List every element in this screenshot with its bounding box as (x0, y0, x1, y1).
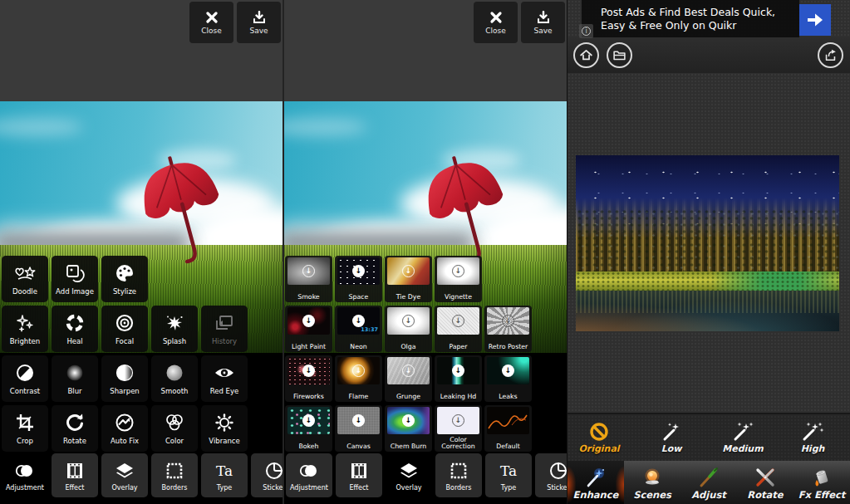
photo-editor-comparison-screens: Close Save (0, 0, 850, 504)
option-high[interactable]: High (783, 418, 843, 454)
close-button[interactable]: Close (474, 2, 518, 43)
tab-effect[interactable]: Effect (52, 453, 98, 497)
overlay-grunge[interactable]: ↓ Grunge (385, 355, 432, 402)
overlay-fireworks[interactable]: ↓ Fireworks (285, 355, 332, 402)
overlay-canvas[interactable]: ↓ Canvas (335, 405, 382, 452)
tab-overlay[interactable]: Overlay (386, 453, 432, 497)
tab-rotate[interactable]: Rotate (737, 461, 793, 504)
overlay-row-1: ↓ Smoke ↓ Space ↓ Tie Dye ↓ Vignette (285, 256, 482, 302)
tool-rotate[interactable]: Rotate (52, 405, 98, 452)
palette-icon (115, 262, 135, 284)
wand-three-stars-icon (800, 418, 825, 442)
overlay-leaking-hd[interactable]: ↓ Leaking Hd (435, 355, 482, 402)
overlay-retro-poster[interactable]: ↓ Retro Poster (484, 306, 532, 352)
tab-sticker[interactable]: Sticker (535, 453, 567, 497)
open-folder-button[interactable] (607, 42, 632, 68)
tool-splash[interactable]: Splash (151, 306, 198, 352)
tab-sticker[interactable]: Sticker (251, 453, 283, 497)
tool-focal[interactable]: Focal (101, 306, 148, 352)
download-icon: ↓ (352, 265, 365, 277)
tab-adjustment[interactable]: Adjustment (286, 453, 332, 497)
tab-borders[interactable]: Borders (151, 453, 198, 497)
save-button[interactable]: Save (521, 2, 565, 43)
canvas-thumbnail: ↓ (337, 407, 380, 434)
overlay-paper[interactable]: ↓ Paper (435, 306, 482, 352)
save-label: Save (249, 27, 268, 35)
tab-enhance[interactable]: Enhance (567, 461, 624, 504)
ad-info-icon[interactable]: i (579, 24, 593, 38)
overlay-bokeh[interactable]: ↓ Bokeh (285, 405, 332, 452)
download-icon: ↓ (302, 365, 315, 377)
tab-overlay[interactable]: Overlay (101, 453, 148, 497)
overlay-olga[interactable]: ↓ Olga (385, 306, 432, 352)
folder-icon (612, 48, 626, 62)
option-low[interactable]: Low (641, 418, 701, 454)
right-arrow-icon (806, 12, 824, 27)
download-icon: ↓ (402, 265, 415, 277)
tool-contrast[interactable]: Contrast (2, 355, 48, 402)
tab-scenes[interactable]: Scenes (624, 461, 680, 504)
overlay-light-paint[interactable]: ↓ Light Paint (285, 306, 332, 352)
tool-history[interactable]: History (201, 306, 248, 352)
option-medium[interactable]: Medium (713, 418, 773, 454)
overlay-tie-dye[interactable]: ↓ Tie Dye (385, 256, 432, 302)
overlay-color-correction[interactable]: ↓ Color Correction (435, 405, 482, 452)
overlay-default[interactable]: Default (484, 405, 532, 452)
type-icon: Ta (498, 460, 519, 482)
sun-icon (214, 412, 234, 433)
tab-type[interactable]: Ta Type (201, 453, 248, 497)
share-button[interactable] (818, 42, 843, 68)
close-button[interactable]: Close (189, 2, 233, 43)
overlay-space[interactable]: ↓ Space (335, 256, 382, 302)
overlay-smoke[interactable]: ↓ Smoke (285, 256, 332, 302)
tab-fx-effect[interactable]: Fx Effect (793, 461, 850, 504)
download-icon: ↓ (452, 315, 464, 327)
heal-icon (65, 312, 85, 334)
tab-adjustment[interactable]: Adjustment (2, 453, 48, 497)
tab-borders[interactable]: Borders (435, 453, 482, 497)
leaking-hd-thumbnail: ↓ (437, 357, 479, 384)
auto-fix-icon (115, 412, 135, 433)
overlay-neon[interactable]: ↓13:37 Neon (335, 306, 382, 352)
ad-banner[interactable]: Post Ads & Find Best Deals Quick, Easy &… (582, 0, 799, 37)
tool-red-eye[interactable]: Red Eye (201, 355, 248, 402)
leaks-thumbnail: ↓ (487, 357, 529, 384)
tool-heal[interactable]: Heal (52, 306, 98, 352)
tool-smooth[interactable]: Smooth (151, 355, 198, 402)
save-download-icon (537, 10, 550, 25)
tab-adjust[interactable]: Adjust (680, 461, 737, 504)
cloud (0, 118, 83, 136)
tool-blur[interactable]: Blur (52, 355, 98, 402)
tool-add-image[interactable]: Add Image (52, 256, 98, 302)
svg-text:Ta: Ta (216, 462, 233, 479)
save-button[interactable]: Save (237, 2, 281, 43)
download-icon: ↓ (452, 265, 464, 277)
tool-auto-fix[interactable]: Auto Fix (101, 405, 148, 452)
enhance-options-row: Original Low Medium High (567, 414, 850, 461)
tool-row-1: Doodle Add Image Stylize (2, 256, 148, 302)
layers-icon (399, 460, 419, 482)
overlay-chem-burn[interactable]: ↓ Chem Burn (385, 405, 432, 452)
overlay-leaks[interactable]: ↓ Leaks (484, 355, 532, 402)
sparkles-icon (15, 312, 35, 334)
option-original[interactable]: Original (569, 418, 629, 454)
tool-doodle[interactable]: Doodle (2, 256, 48, 302)
tab-type[interactable]: Ta Type (485, 453, 532, 497)
overlay-vignette[interactable]: ↓ Vignette (435, 256, 482, 302)
download-icon: ↓ (402, 315, 415, 327)
tool-sharpen[interactable]: Sharpen (101, 355, 148, 402)
tool-crop[interactable]: Crop (2, 405, 48, 452)
share-export-icon (823, 48, 838, 62)
ad-arrow-button[interactable] (799, 4, 831, 36)
overlay-row-3: ↓ Fireworks ↓ Flame ↓ Grunge ↓ Leaking H… (285, 355, 532, 402)
tool-stylize[interactable]: Stylize (101, 256, 148, 302)
tool-color[interactable]: Color (151, 405, 198, 452)
tool-brighten[interactable]: Brighten (2, 306, 48, 352)
editor-panel-overlay: Close Save (283, 0, 567, 504)
overlay-flame[interactable]: ↓ Flame (335, 355, 382, 402)
download-icon: ↓ (452, 414, 464, 427)
tab-effect[interactable]: Effect (336, 453, 382, 497)
tool-vibrance[interactable]: Vibrance (201, 405, 248, 452)
night-forest-photo (576, 155, 839, 331)
home-button[interactable] (573, 42, 599, 68)
